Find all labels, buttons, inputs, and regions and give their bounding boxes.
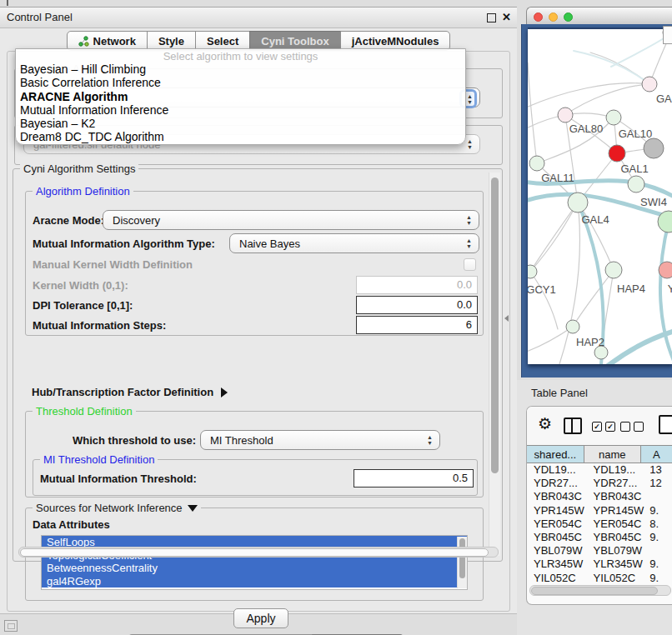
show-unselected-icon[interactable] [620, 422, 644, 432]
network-edge[interactable] [608, 329, 672, 364]
table-hscrollbar-thumb[interactable] [531, 587, 658, 595]
network-node[interactable] [566, 320, 579, 333]
network-edge[interactable] [530, 202, 578, 272]
hub-definition-toggle[interactable]: Hub/Transcription Factor Definition [32, 386, 228, 398]
algorithm-option[interactable]: Basic Correlation Inference [16, 76, 465, 89]
stepper-icon: ▲▼ [467, 138, 473, 150]
kernel-width-label: Kernel Width (0,1): [33, 279, 128, 292]
grid-mode-icon[interactable] [4, 620, 18, 632]
network-edge[interactable] [573, 270, 614, 327]
table-cell: YBR043C [587, 490, 647, 503]
table-panel-title: Table Panel [531, 387, 588, 399]
mac-close-icon[interactable] [534, 12, 543, 22]
table-cell: YPR145W [527, 504, 587, 518]
algorithm-option[interactable]: ARACNE Algorithm [16, 90, 465, 103]
document-icon[interactable] [659, 415, 672, 434]
gear-icon[interactable]: ⚙ [538, 414, 552, 433]
tab-label: Cyni Toolbox [261, 35, 328, 48]
column-header[interactable]: shared... [526, 445, 584, 463]
table-row[interactable]: YIL052CYIL052C9. [527, 572, 672, 584]
expand-right-icon[interactable] [221, 388, 228, 398]
column-header[interactable]: A [640, 445, 672, 463]
stepper-icon: ▲▼ [466, 214, 472, 226]
attributes-scrollbar[interactable] [457, 537, 467, 588]
network-corner-widget[interactable] [663, 26, 672, 44]
network-node[interactable] [642, 77, 657, 92]
settings-hscrollbar[interactable] [18, 547, 499, 558]
table-cell: YER054C [527, 518, 587, 531]
mi-threshold-group: MI Threshold Definition Mutual Informati… [33, 459, 478, 496]
aracne-mode-combobox[interactable]: Discovery ▲▼ [103, 210, 479, 230]
data-attributes-list[interactable]: SelfLoopsTopologicalCoefficientBetweenne… [41, 535, 468, 590]
collapse-down-icon[interactable] [188, 505, 198, 512]
table-cell: YBR043C [527, 490, 587, 503]
mi-type-combobox[interactable]: Naive Bayes ▲▼ [229, 233, 479, 253]
mac-minimize-icon[interactable] [549, 12, 558, 22]
table-hscrollbar[interactable] [529, 585, 671, 596]
mi-threshold-field[interactable]: 0.5 [354, 469, 474, 488]
table-row[interactable]: YER054CYER054C8. [527, 518, 672, 531]
network-node[interactable] [528, 265, 537, 278]
table-row[interactable]: YDL19...YDL19...13 [527, 463, 672, 477]
column-header[interactable]: name [584, 445, 641, 463]
settings-scrollbar[interactable] [489, 172, 500, 556]
which-threshold-combobox[interactable]: MI Threshold ▲▼ [200, 430, 440, 450]
network-node[interactable] [529, 156, 544, 171]
network-node[interactable] [609, 145, 625, 162]
threshold-definition-legend: Threshold Definition [33, 405, 136, 418]
settings-scrollbar-thumb[interactable] [491, 178, 499, 473]
mi-steps-field[interactable]: 6 [356, 316, 478, 334]
split-divider-arrow[interactable] [504, 315, 509, 322]
float-panel-icon[interactable] [487, 13, 496, 22]
apply-button[interactable]: Apply [233, 608, 288, 628]
algorithm-option[interactable]: Dream8 DC_TDC Algorithm [16, 130, 465, 143]
network-edge[interactable] [528, 62, 537, 163]
settings-hscrollbar-thumb[interactable] [20, 548, 489, 557]
control-panel-window: Control Panel ✕ NetworkStyleSelectCyni T… [0, 7, 517, 614]
network-edge[interactable] [530, 272, 558, 329]
algorithm-dropdown-popup: Select algorithm to view settings Bayesi… [15, 48, 466, 145]
table-row[interactable]: YBR043CYBR043C [527, 490, 672, 503]
tab-label: jActiveMNodules [352, 35, 439, 48]
table-cell [646, 544, 672, 558]
table-row[interactable]: YBL079WYBL079W [527, 544, 672, 558]
table-cell: 9. [646, 531, 672, 544]
network-node[interactable] [606, 110, 621, 125]
algorithm-option[interactable]: Mutual Information Inference [16, 103, 465, 117]
network-node[interactable] [568, 192, 588, 212]
table-row[interactable]: YPR145WYPR145W9. [527, 504, 672, 518]
table-cell: YER054C [587, 518, 647, 531]
dpi-tolerance-field[interactable]: 0.0 [356, 296, 478, 314]
network-canvas[interactable]: GALGAL80GAL10GAL1GAL11SWI4GAL4GCY1HAP4YH… [528, 28, 672, 364]
mac-zoom-icon[interactable] [564, 12, 573, 22]
attribute-item[interactable]: gal4RGexp [42, 575, 467, 588]
table-row[interactable]: YBR045CYBR045C9. [527, 531, 672, 544]
network-svg: GALGAL80GAL10GAL1GAL11SWI4GAL4GCY1HAP4YH… [528, 29, 672, 364]
algorithm-option[interactable]: Bayesian – K2 [16, 117, 465, 130]
control-panel-header: Control Panel ✕ [0, 8, 517, 28]
sources-legend[interactable]: Sources for Network Inference [33, 502, 201, 514]
attributes-scrollbar-thumb[interactable] [459, 538, 465, 578]
kernel-width-field[interactable]: 0.0 [356, 276, 478, 294]
table-cell: 9. [646, 558, 672, 571]
network-edge[interactable] [611, 34, 670, 67]
mi-threshold-legend: MI Threshold Definition [40, 453, 158, 466]
table-row[interactable]: YLR345WYLR345W9. [527, 558, 672, 571]
network-node[interactable] [558, 108, 573, 122]
close-icon[interactable]: ✕ [502, 11, 511, 23]
network-window-titlebar[interactable] [526, 7, 672, 26]
network-edge[interactable] [574, 51, 649, 84]
attribute-item[interactable]: BetweennessCentrality [42, 562, 467, 575]
network-node[interactable] [628, 176, 644, 192]
network-edge[interactable] [565, 84, 649, 115]
show-selected-icon[interactable]: ✓✓ [592, 422, 615, 432]
algorithm-option[interactable]: Bayesian – Hill Climbing [16, 62, 465, 76]
table-cell: YIL052C [587, 572, 647, 584]
network-node[interactable] [605, 262, 622, 278]
manual-kernel-checkbox[interactable] [464, 258, 476, 271]
network-node[interactable] [644, 138, 664, 158]
table-cell: 9. [646, 504, 672, 518]
split-columns-icon[interactable] [564, 418, 582, 434]
table-row[interactable]: YDR27...YDR27...12 [527, 477, 672, 490]
network-node[interactable] [659, 262, 672, 278]
